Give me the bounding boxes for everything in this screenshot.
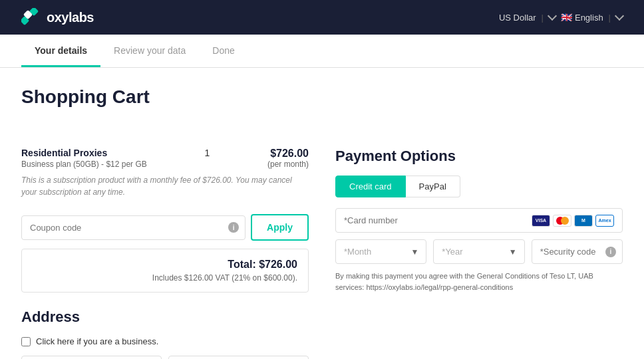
- apply-button[interactable]: Apply: [251, 214, 309, 241]
- vat-note: Includes $126.00 VAT (21% on $600.00).: [33, 273, 297, 283]
- payment-title: Payment Options: [335, 148, 623, 165]
- main-content: Shopping Cart Residential Proxies Busine…: [0, 68, 644, 359]
- card-icons: VISA M Amex: [532, 215, 614, 227]
- year-select-wrap: *Year ▼: [433, 239, 524, 264]
- price-main: $726.00: [267, 148, 309, 160]
- year-select[interactable]: *Year: [433, 239, 524, 264]
- coupon-info-icon[interactable]: i: [228, 222, 239, 233]
- right-column: Payment Options Credit card PayPal VISA …: [335, 148, 623, 359]
- name-row: [21, 356, 309, 359]
- coupon-row: i Apply: [21, 214, 309, 241]
- security-wrap: i: [532, 239, 623, 264]
- payment-tabs: Credit card PayPal: [335, 176, 623, 197]
- coupon-input-wrap: i: [21, 215, 245, 240]
- currency-chevron-icon: [548, 11, 557, 21]
- step-review-data[interactable]: Review your data: [100, 35, 199, 67]
- language-dropdown[interactable]: 🇬🇧 English |: [561, 12, 623, 23]
- price-period: (per month): [267, 160, 309, 169]
- flag-icon: 🇬🇧: [561, 12, 572, 23]
- address-title: Address: [21, 308, 309, 326]
- payment-notice: By making this payment you agree with th…: [335, 271, 623, 293]
- logo-area: oxylabs: [21, 8, 94, 27]
- business-checkbox-row: Click here if you are a business.: [21, 336, 309, 346]
- oxylabs-logo-icon: [21, 8, 40, 27]
- month-select[interactable]: *Month: [335, 239, 426, 264]
- currency-label: US Dollar: [499, 13, 536, 23]
- expiry-row: *Month ▼ *Year ▼ i: [335, 239, 623, 264]
- left-column: Residential Proxies Business plan (50GB)…: [21, 148, 309, 359]
- header: oxylabs US Dollar | 🇬🇧 English |: [0, 0, 644, 35]
- currency-divider: |: [542, 13, 544, 23]
- last-name-input[interactable]: [168, 356, 309, 359]
- product-row: Residential Proxies Business plan (50GB)…: [21, 148, 309, 169]
- business-checkbox-label: Click here if you are a business.: [36, 336, 158, 346]
- tab-credit-card[interactable]: Credit card: [335, 176, 406, 197]
- business-checkbox[interactable]: [21, 337, 31, 346]
- product-price: $726.00 (per month): [267, 148, 309, 169]
- first-name-input[interactable]: [21, 356, 162, 359]
- mastercard-icon: [553, 215, 571, 227]
- step-done[interactable]: Done: [199, 35, 247, 67]
- product-plan: Business plan (50GB) - $12 per GB: [21, 160, 147, 169]
- total-line: Total: $726.00: [33, 259, 297, 271]
- subscription-note: This is a subscription product with a mo…: [21, 174, 309, 198]
- tab-paypal[interactable]: PayPal: [406, 176, 460, 197]
- step-your-details[interactable]: Your details: [21, 35, 100, 67]
- currency-dropdown[interactable]: US Dollar |: [499, 13, 556, 23]
- product-info: Residential Proxies Business plan (50GB)…: [21, 148, 147, 169]
- total-box: Total: $726.00 Includes $126.00 VAT (21%…: [21, 249, 309, 293]
- header-right: US Dollar | 🇬🇧 English |: [499, 12, 623, 23]
- coupon-input[interactable]: [21, 215, 245, 240]
- total-label: Total: $726.00: [228, 259, 297, 271]
- steps-bar: Your details Review your data Done: [0, 35, 644, 68]
- maestro-icon: M: [574, 215, 593, 227]
- lang-divider: |: [609, 13, 611, 23]
- page-title: Shopping Cart: [21, 86, 623, 108]
- product-quantity: 1: [204, 148, 210, 158]
- card-number-row: VISA M Amex: [335, 208, 623, 233]
- product-name: Residential Proxies: [21, 148, 147, 158]
- logo-text: oxylabs: [47, 10, 94, 25]
- month-select-wrap: *Month ▼: [335, 239, 426, 264]
- card-number-input[interactable]: [344, 209, 532, 232]
- language-label: English: [575, 13, 603, 23]
- language-chevron-icon: [615, 11, 624, 21]
- amex-icon: Amex: [595, 215, 614, 227]
- visa-icon: VISA: [532, 215, 550, 227]
- security-info-icon[interactable]: i: [605, 247, 616, 257]
